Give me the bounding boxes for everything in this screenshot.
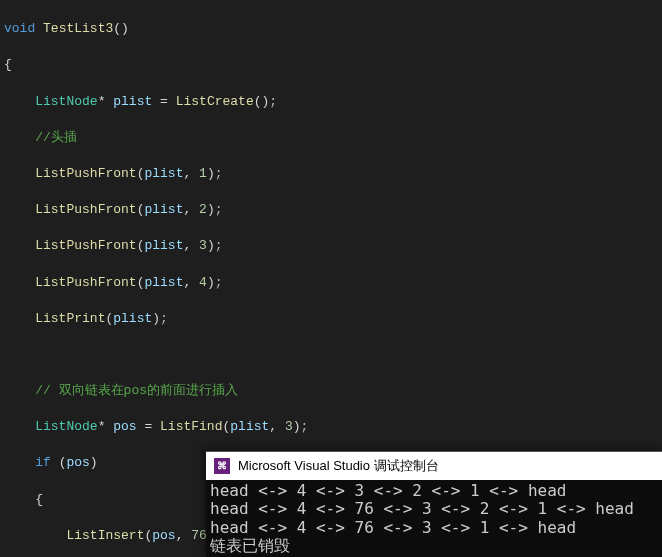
console-line: head <-> 4 <-> 76 <-> 3 <-> 2 <-> 1 <-> …	[210, 500, 658, 518]
code-line: ListNode* plist = ListCreate();	[0, 93, 662, 111]
code-line: ListPushFront(plist, 1);	[0, 165, 662, 183]
console-line: head <-> 4 <-> 76 <-> 3 <-> 1 <-> head	[210, 519, 658, 537]
console-line: 链表已销毁	[210, 537, 658, 555]
code-line: ListNode* pos = ListFind(plist, 3);	[0, 418, 662, 436]
code-line: ListPushFront(plist, 2);	[0, 201, 662, 219]
console-output[interactable]: head <-> 4 <-> 3 <-> 2 <-> 1 <-> head he…	[206, 480, 662, 557]
console-title-text: Microsoft Visual Studio 调试控制台	[238, 457, 439, 475]
debug-console-window[interactable]: ⌘ Microsoft Visual Studio 调试控制台 head <->…	[206, 451, 662, 557]
code-line: void TestList3()	[0, 20, 662, 38]
code-line: ListPushFront(plist, 3);	[0, 237, 662, 255]
code-line: //头插	[0, 129, 662, 147]
code-line: {	[0, 56, 662, 74]
vs-icon: ⌘	[214, 458, 230, 474]
code-line: ListPrint(plist);	[0, 310, 662, 328]
code-line: // 双向链表在pos的前面进行插入	[0, 382, 662, 400]
console-line: head <-> 4 <-> 3 <-> 2 <-> 1 <-> head	[210, 482, 658, 500]
console-titlebar[interactable]: ⌘ Microsoft Visual Studio 调试控制台	[206, 452, 662, 480]
code-line	[0, 346, 662, 364]
code-line: ListPushFront(plist, 4);	[0, 274, 662, 292]
